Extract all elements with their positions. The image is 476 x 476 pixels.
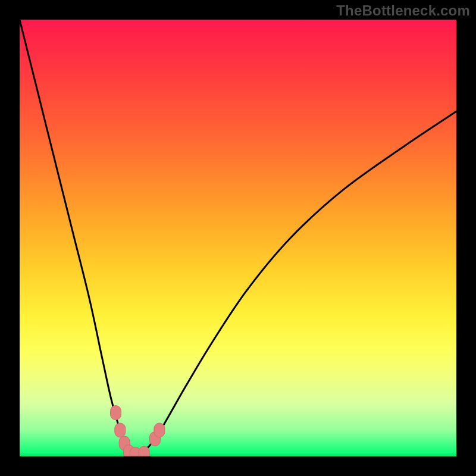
- data-markers: [111, 406, 165, 456]
- data-marker: [154, 423, 165, 437]
- chart-frame: TheBottleneck.com: [0, 0, 476, 476]
- data-marker: [115, 423, 126, 437]
- bottleneck-curve: [20, 20, 456, 456]
- watermark-text: TheBottleneck.com: [336, 2, 470, 19]
- data-marker: [139, 446, 149, 456]
- data-marker: [111, 406, 121, 420]
- chart-svg: [20, 20, 456, 456]
